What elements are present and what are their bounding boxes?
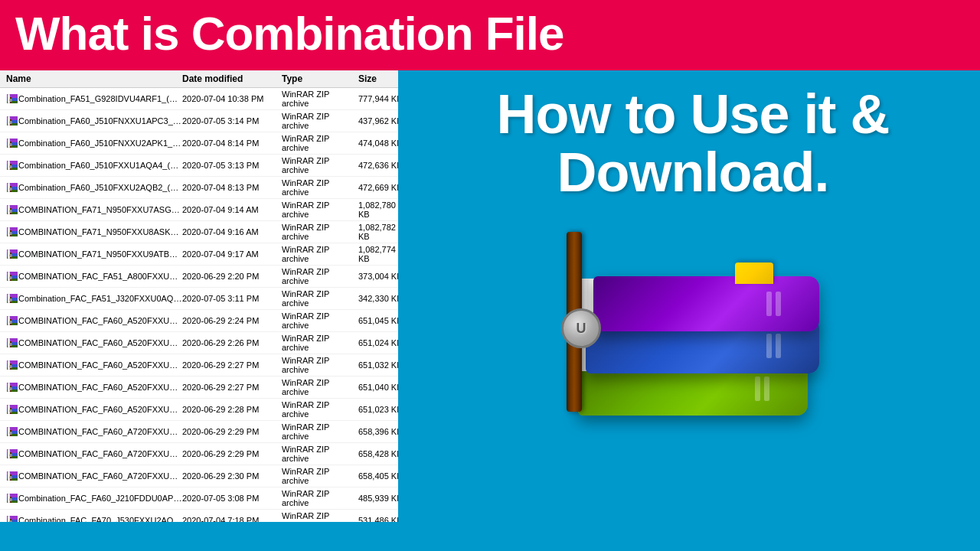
bar1 (755, 377, 760, 401)
strap-buckle: U (561, 308, 601, 348)
svg-text:U: U (11, 298, 12, 302)
file-type: WinRAR ZIP archive (282, 334, 358, 352)
banner-title: What is Combination File (15, 8, 564, 60)
table-row[interactable]: U COMBINATION_FAC_FA60_A520FXXU7ARJ... 2… (0, 354, 398, 377)
file-type: WinRAR ZIP archive (282, 400, 358, 419)
file-name: Combination_FA60_J510FNXXU1APC3_(M... (18, 116, 182, 126)
bar2 (764, 377, 769, 401)
file-name-cell: U COMBINATION_FAC_FA60_A720FXXU8ASF... (6, 448, 182, 460)
file-date: 2020-07-04 7:18 PM (182, 516, 282, 522)
table-row[interactable]: U Combination_FA60_J510FXXU1AQA4_(Mo... … (0, 155, 398, 177)
table-row[interactable]: U COMBINATION_FAC_FA51_A800FXXU1AOJ... 2… (0, 266, 398, 288)
file-name: Combination_FA60_J510FXXU1AQA4_(Mo... (18, 161, 182, 170)
purple-bars (766, 292, 781, 316)
table-row[interactable]: U Combination_FA51_G928IDVU4ARF1_(Mo... … (0, 88, 398, 110)
file-type: WinRAR ZIP archive (282, 378, 358, 396)
file-type: WinRAR ZIP archive (282, 445, 358, 463)
table-row[interactable]: U COMBINATION_FAC_FA60_A720FXXU9ATB... 2… (0, 465, 398, 487)
book-purple (593, 276, 819, 331)
green-bars (755, 377, 769, 401)
file-date: 2020-07-04 10:38 PM (182, 94, 282, 103)
bar4 (776, 334, 781, 358)
file-size: 485,939 KB (358, 494, 398, 503)
col-name: Name (6, 73, 182, 84)
file-type: WinRAR ZIP archive (282, 156, 358, 174)
file-size: 651,023 KB (358, 405, 398, 414)
file-name-cell: U COMBINATION_FAC_FA60_A520FXXU5AR... (6, 315, 182, 327)
table-row[interactable]: U COMBINATION_FAC_FA60_A720FXXU8ASF... 2… (0, 443, 398, 465)
file-name-cell: U COMBINATION_FAC_FA60_A520FXXU6AR... (6, 337, 182, 349)
file-panel: Name Date modified Type Size U Combinati… (0, 70, 398, 522)
file-type: WinRAR ZIP archive (282, 467, 358, 485)
table-row[interactable]: U COMBINATION_FA71_N950FXXU7ASG1_(.. 202… (0, 199, 398, 221)
table-row[interactable]: U COMBINATION_FAC_FA60_A520FXXU5AR... 20… (0, 310, 398, 332)
svg-text:U: U (11, 276, 12, 279)
file-date: 2020-06-29 2:26 PM (182, 338, 282, 347)
file-size: 651,024 KB (358, 338, 398, 347)
file-name: COMBINATION_FA71_N950FXXU7ASG1_(.. (18, 205, 182, 214)
file-date: 2020-07-04 8:13 PM (182, 183, 282, 192)
table-row[interactable]: U Combination_FAC_FA70_J530FXXU2AQL1... … (0, 510, 398, 522)
file-size: 373,004 KB (358, 272, 398, 281)
table-row[interactable]: U COMBINATION_FAC_FA60_A520FXXUDAT... 20… (0, 399, 398, 421)
file-name: Combination_FAC_FA51_J320FXXU0AQL1... (18, 294, 182, 303)
table-row[interactable]: U Combination_FAC_FA60_J210FDDU0API1_(..… (0, 487, 398, 510)
file-size: 342,330 KB (358, 294, 398, 303)
file-name-cell: U COMBINATION_FAC_FA60_A720FXXU7AS... (6, 425, 182, 438)
top-banner: What is Combination File (0, 0, 980, 70)
bar6 (776, 292, 781, 316)
file-type: WinRAR ZIP archive (282, 112, 358, 130)
file-name-cell: U Combination_FA60_J510FXXU2AQB2_(Mo... (6, 181, 182, 194)
svg-text:U: U (11, 387, 12, 390)
svg-text:U: U (11, 476, 12, 479)
file-name: COMBINATION_FAC_FA51_A800FXXU1AOJ... (18, 272, 182, 281)
table-row[interactable]: U Combination_FAC_FA51_J320FXXU0AQL1... … (0, 288, 398, 310)
file-size: 651,040 KB (358, 383, 398, 392)
file-name: COMBINATION_FAC_FA60_A520FXXU5AR... (18, 316, 182, 325)
table-row[interactable]: U Combination_FA60_J510FXXU2AQB2_(Mo... … (0, 177, 398, 199)
file-name-cell: U COMBINATION_FAC_FA60_A720FXXU9ATB... (6, 470, 182, 482)
table-row[interactable]: U COMBINATION_FAC_FA60_A520FXXU6AR... 20… (0, 332, 398, 354)
book-stack: U (563, 209, 823, 416)
table-row[interactable]: U Combination_FA60_J510FNXXU2APK1_(M... … (0, 132, 398, 155)
file-size: 437,962 KB (358, 116, 398, 126)
file-type: WinRAR ZIP archive (282, 245, 358, 263)
table-row[interactable]: U Combination_FA60_J510FNXXU1APC3_(M... … (0, 110, 398, 132)
table-row[interactable]: U COMBINATION_FAC_FA60_A520FXXU8ASB... 2… (0, 377, 398, 399)
file-type: WinRAR ZIP archive (282, 178, 358, 197)
file-date: 2020-07-04 8:14 PM (182, 139, 282, 148)
yellow-tab (735, 262, 773, 284)
file-name-cell: U COMBINATION_FAC_FA60_A520FXXU8ASB... (6, 381, 182, 393)
file-size: 1,082,774 KB (358, 245, 398, 263)
file-name-cell: U Combination_FAC_FA51_J320FXXU0AQL1... (6, 292, 182, 305)
file-size: 1,082,782 KB (358, 223, 398, 241)
svg-text:U: U (11, 432, 12, 435)
svg-text:U: U (11, 321, 12, 324)
svg-text:U: U (11, 187, 12, 191)
right-panel: How to Use it & Download. (398, 70, 980, 522)
table-row[interactable]: U COMBINATION_FA71_N950FXXU8ASK1_(... 20… (0, 221, 398, 243)
file-size: 472,669 KB (358, 183, 398, 192)
file-name-cell: U Combination_FA60_J510FNXXU1APC3_(M... (6, 115, 182, 127)
file-name-cell: U Combination_FAC_FA60_J210FDDU0API1_(..… (6, 492, 182, 504)
table-row[interactable]: U COMBINATION_FA71_N950FXXU9ATB1_(... 20… (0, 243, 398, 266)
file-type: WinRAR ZIP archive (282, 289, 358, 308)
svg-text:U: U (11, 520, 12, 522)
table-row[interactable]: U COMBINATION_FAC_FA60_A720FXXU7AS... 20… (0, 421, 398, 443)
file-name: COMBINATION_FAC_FA60_A520FXXU6AR... (18, 338, 182, 347)
svg-text:U: U (11, 454, 12, 457)
file-type: WinRAR ZIP archive (282, 422, 358, 441)
winrar-icon: U (547, 209, 838, 439)
file-date: 2020-06-29 2:20 PM (182, 272, 282, 281)
file-date: 2020-07-04 9:16 AM (182, 227, 282, 236)
file-name-cell: U COMBINATION_FAC_FA51_A800FXXU1AOJ... (6, 270, 182, 282)
file-name: Combination_FA60_J510FXXU2AQB2_(Mo... (18, 183, 182, 192)
file-name-cell: U COMBINATION_FA71_N950FXXU8ASK1_(... (6, 226, 182, 238)
file-size: 651,032 KB (358, 360, 398, 370)
file-name: COMBINATION_FAC_FA60_A720FXXU9ATB... (18, 471, 182, 481)
file-size: 658,405 KB (358, 471, 398, 481)
col-date: Date modified (182, 73, 282, 84)
file-type: WinRAR ZIP archive (282, 267, 358, 285)
col-size: Size (358, 73, 398, 84)
bar3 (766, 334, 772, 358)
